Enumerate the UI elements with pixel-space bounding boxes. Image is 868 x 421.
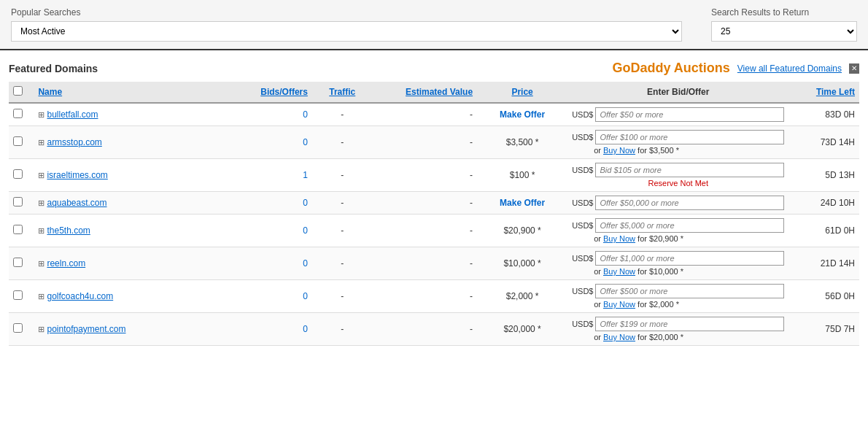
bids-value: 0 bbox=[303, 137, 308, 147]
bid-header: Enter Bid/Offer bbox=[567, 82, 788, 103]
row-checkbox[interactable] bbox=[13, 225, 23, 234]
price-value: $10,000 * bbox=[503, 258, 540, 269]
bid-input[interactable] bbox=[595, 218, 784, 233]
top-bar: Popular Searches Most Active Ending Soon… bbox=[0, 0, 868, 50]
bid-input[interactable] bbox=[595, 163, 784, 177]
domain-name-cell: ⊞armsstop.com bbox=[34, 126, 235, 159]
domain-link[interactable]: pointofpayment.com bbox=[47, 324, 125, 334]
select-all-checkbox[interactable] bbox=[13, 86, 23, 96]
bid-input[interactable] bbox=[595, 251, 784, 266]
bid-input[interactable] bbox=[595, 107, 784, 122]
section-title: Featured Domains bbox=[9, 63, 98, 74]
row-checkbox[interactable] bbox=[13, 136, 23, 146]
bids-cell: 0 bbox=[235, 280, 312, 313]
bid-input-row: USD$ bbox=[572, 130, 784, 144]
price-cell: $100 * bbox=[477, 159, 567, 192]
price-value: $2,000 * bbox=[506, 291, 539, 301]
bids-cell: 0 bbox=[235, 247, 312, 280]
buy-now-row: or Buy Now for $2,000 * bbox=[572, 300, 784, 309]
bid-row: USD$ or Buy Now for $2,000 * bbox=[572, 284, 784, 309]
price-cell: Make Offer bbox=[477, 103, 567, 126]
row-checkbox-cell bbox=[9, 215, 34, 247]
expand-icon[interactable]: ⊞ bbox=[38, 226, 44, 235]
value-sort-link[interactable]: Estimated Value bbox=[406, 87, 473, 97]
bid-row: USD$ Reserve Not Met bbox=[572, 163, 784, 188]
expand-icon[interactable]: ⊞ bbox=[38, 325, 44, 333]
expand-icon[interactable]: ⊞ bbox=[38, 171, 44, 179]
popular-searches-label: Popular Searches bbox=[11, 7, 682, 18]
domain-link[interactable]: golfcoach4u.com bbox=[47, 291, 113, 301]
domain-name-cell: ⊞golfcoach4u.com bbox=[34, 280, 235, 313]
price-cell: Make Offer bbox=[477, 192, 567, 215]
bids-header: Bids/Offers bbox=[235, 82, 312, 103]
usd-label: USD$ bbox=[572, 166, 593, 174]
time-left-cell: 24D 10H bbox=[788, 192, 859, 215]
buy-now-link[interactable]: Buy Now bbox=[603, 300, 635, 309]
price-sort-link[interactable]: Price bbox=[511, 87, 532, 97]
time-sort-link[interactable]: Time Left bbox=[816, 87, 855, 97]
bid-input[interactable] bbox=[595, 196, 784, 210]
row-checkbox[interactable] bbox=[13, 290, 23, 300]
expand-icon[interactable]: ⊞ bbox=[38, 138, 44, 147]
price-cell: $10,000 * bbox=[477, 247, 567, 280]
domain-name-cell: ⊞the5th.com bbox=[34, 215, 235, 247]
table-row: ⊞pointofpayment.com0--$20,000 * USD$ or … bbox=[9, 313, 859, 346]
buy-now-link[interactable]: Buy Now bbox=[603, 267, 635, 276]
traffic-cell: - bbox=[312, 247, 373, 280]
time-left-cell: 21D 14H bbox=[788, 247, 859, 280]
usd-label: USD$ bbox=[572, 198, 593, 207]
value-cell: - bbox=[373, 280, 477, 313]
close-icon[interactable]: ✕ bbox=[849, 63, 859, 74]
results-select[interactable]: 10 25 50 100 bbox=[711, 21, 857, 42]
traffic-cell: - bbox=[312, 159, 373, 192]
buy-now-row: or Buy Now for $10,000 * bbox=[572, 267, 784, 276]
price-cell: $20,900 * bbox=[477, 215, 567, 247]
row-checkbox[interactable] bbox=[13, 258, 23, 267]
domain-link[interactable]: reeln.com bbox=[47, 258, 85, 269]
bids-cell: 1 bbox=[235, 159, 312, 192]
traffic-cell: - bbox=[312, 280, 373, 313]
usd-label: USD$ bbox=[572, 254, 593, 263]
domain-link[interactable]: bulletfall.com bbox=[47, 109, 98, 120]
row-checkbox[interactable] bbox=[13, 109, 23, 118]
expand-icon[interactable]: ⊞ bbox=[38, 292, 44, 301]
buy-now-row: or Buy Now for $20,000 * bbox=[572, 333, 784, 341]
section-header: Featured Domains GoDaddy Auctions View a… bbox=[9, 56, 859, 82]
bid-input-row: USD$ bbox=[572, 163, 784, 177]
bid-input[interactable] bbox=[595, 317, 784, 331]
row-checkbox[interactable] bbox=[13, 323, 23, 333]
expand-icon[interactable]: ⊞ bbox=[38, 110, 44, 119]
value-cell: - bbox=[373, 159, 477, 192]
bid-input[interactable] bbox=[595, 284, 784, 298]
bid-row: USD$ bbox=[572, 107, 784, 122]
popular-searches-select[interactable]: Most Active Ending Soon Recently Listed … bbox=[11, 21, 682, 42]
expand-icon[interactable]: ⊞ bbox=[38, 259, 44, 268]
traffic-sort-link[interactable]: Traffic bbox=[329, 87, 355, 97]
domain-link[interactable]: israeltimes.com bbox=[47, 170, 107, 180]
price-value: $20,000 * bbox=[503, 324, 540, 334]
name-sort-link[interactable]: Name bbox=[38, 87, 62, 97]
select-all-header bbox=[9, 82, 34, 103]
bids-cell: 0 bbox=[235, 192, 312, 215]
bid-input-row: USD$ bbox=[572, 107, 784, 122]
row-checkbox[interactable] bbox=[13, 197, 23, 206]
buy-now-link[interactable]: Buy Now bbox=[603, 146, 635, 155]
buy-now-link[interactable]: Buy Now bbox=[603, 333, 635, 341]
domain-link[interactable]: the5th.com bbox=[47, 225, 90, 236]
domain-link[interactable]: aquabeast.com bbox=[47, 198, 106, 208]
value-header: Estimated Value bbox=[373, 82, 477, 103]
expand-icon[interactable]: ⊞ bbox=[38, 198, 44, 207]
value-cell: - bbox=[373, 126, 477, 159]
row-checkbox[interactable] bbox=[13, 169, 23, 179]
domains-table: Name Bids/Offers Traffic Estimated Value… bbox=[9, 82, 859, 346]
bid-input-row: USD$ bbox=[572, 251, 784, 266]
bid-row: USD$ or Buy Now for $20,000 * bbox=[572, 317, 784, 341]
value-cell: - bbox=[373, 313, 477, 346]
buy-now-link[interactable]: Buy Now bbox=[603, 234, 635, 243]
bid-input[interactable] bbox=[595, 130, 784, 144]
domain-link[interactable]: armsstop.com bbox=[47, 137, 101, 147]
bids-cell: 0 bbox=[235, 103, 312, 126]
bids-sort-link[interactable]: Bids/Offers bbox=[260, 87, 308, 97]
view-all-link[interactable]: View all Featured Domains bbox=[737, 63, 842, 74]
traffic-cell: - bbox=[312, 103, 373, 126]
